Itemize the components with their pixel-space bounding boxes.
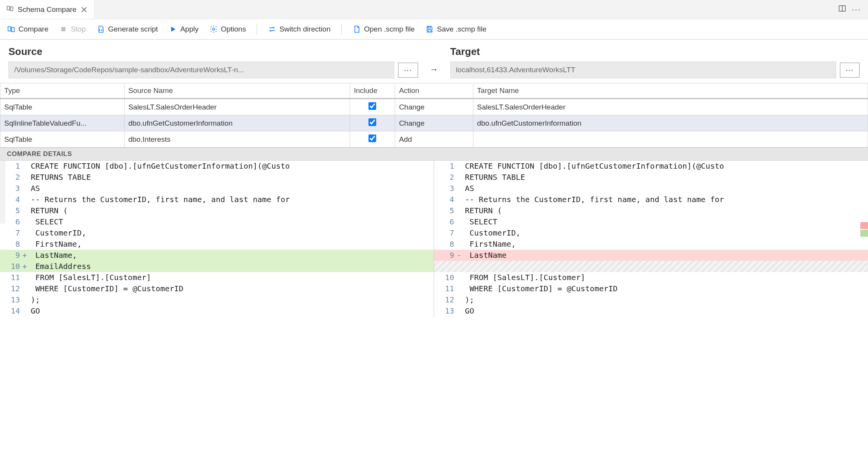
cell-action: Change [395,99,473,115]
source-browse-button[interactable]: ··· [398,63,418,78]
line-number: 15 [0,317,22,318]
cell-include [350,99,395,115]
diff-marker [456,194,463,205]
col-header-type[interactable]: Type [0,83,124,99]
code-text: RETURN ( [28,205,434,216]
code-line: 9- LastName [434,250,868,261]
cell-type: SqlTable [0,99,124,115]
code-text: CustomerID, [463,227,868,239]
line-number: 10 [0,261,22,272]
include-checkbox[interactable] [368,102,376,110]
diff-marker [456,261,463,272]
diff-marker [456,294,463,305]
more-actions-icon[interactable]: ··· [852,5,861,15]
table-row[interactable]: SqlTabledbo.InterestsAdd [0,131,868,148]
code-line: 3AS [434,183,868,194]
save-scmp-label: Save .scmp file [437,25,486,33]
diff-marker [22,216,28,227]
code-text [463,261,868,272]
table-row[interactable]: SqlTableSalesLT.SalesOrderHeaderChangeSa… [0,99,868,115]
generate-script-button[interactable]: Generate script [96,25,158,33]
generate-script-label: Generate script [108,25,158,33]
target-input[interactable]: localhost,61433.AdventureWorksLTT [450,61,836,78]
table-row[interactable]: SqlInlineTableValuedFu...dbo.ufnGetCusto… [0,115,868,131]
code-line: 13GO [434,305,868,317]
include-checkbox[interactable] [368,134,376,142]
diff-pane-target[interactable]: 1CREATE FUNCTION [dbo].[ufnGetCustomerIn… [434,161,868,318]
code-line: 14 [434,317,868,318]
code-line: 9+ LastName, [0,250,434,261]
grid-header-row: Type Source Name Include Action Target N… [0,83,868,99]
line-number: 5 [434,205,456,216]
code-line: 1CREATE FUNCTION [dbo].[ufnGetCustomerIn… [434,161,868,172]
diff-pane-source[interactable]: 1CREATE FUNCTION [dbo].[ufnGetCustomerIn… [0,161,434,318]
cell-include [350,115,395,131]
scrollbar-handle[interactable] [0,161,5,224]
col-header-action[interactable]: Action [395,83,473,99]
split-editor-icon[interactable] [838,4,846,15]
apply-button[interactable]: Apply [169,25,199,33]
overview-ruler[interactable] [860,161,868,318]
cell-target-name: SalesLT.SalesOrderHeader [473,99,868,115]
code-line [434,261,868,272]
diff-marker [456,305,463,317]
toolbar-divider [257,24,257,35]
line-number: 3 [434,183,456,194]
line-number: 14 [0,305,22,317]
code-line: 10 FROM [SalesLT].[Customer] [434,272,868,283]
source-input[interactable]: /Volumes/Storage/CodeRepos/sample-sandbo… [8,61,394,78]
source-heading: Source [8,46,418,58]
col-header-target-name[interactable]: Target Name [473,83,868,99]
col-header-include[interactable]: Include [350,83,395,99]
options-label: Options [221,25,246,33]
cell-source-name: SalesLT.SalesOrderHeader [124,99,350,115]
active-tab[interactable]: Schema Compare [0,0,95,19]
code-text: FROM [SalesLT].[Customer] [463,272,868,283]
code-line: 2RETURNS TABLE [434,172,868,183]
options-button[interactable]: Options [209,25,246,33]
differences-grid: Type Source Name Include Action Target N… [0,83,868,148]
cell-action: Change [395,115,473,131]
open-scmp-button[interactable]: Open .scmp file [352,25,415,33]
save-scmp-button[interactable]: Save .scmp file [425,25,486,33]
diff-marker [456,183,463,194]
code-line: 1CREATE FUNCTION [dbo].[ufnGetCustomerIn… [0,161,434,172]
code-line: 4-- Returns the CustomerID, first name, … [434,194,868,205]
diff-marker: - [456,250,463,261]
col-header-source-name[interactable]: Source Name [124,83,350,99]
code-text: AS [28,183,434,194]
include-checkbox[interactable] [368,118,376,126]
compare-button[interactable]: Compare [7,25,48,33]
line-number: 8 [434,239,456,250]
direction-arrow-icon: → [423,65,446,78]
diff-marker [22,317,28,318]
code-text: CREATE FUNCTION [dbo].[ufnGetCustomerInf… [28,161,434,172]
diff-marker [22,305,28,317]
line-number: 11 [0,272,22,283]
code-line: 12); [434,294,868,305]
switch-direction-button[interactable]: Switch direction [268,25,330,33]
code-text: LastName [463,250,868,261]
compare-details-header: COMPARE DETAILS [0,148,868,161]
code-line: 2RETURNS TABLE [0,172,434,183]
cell-target-name [473,131,868,148]
code-text: WHERE [CustomerID] = @CustomerID [463,283,868,294]
source-target-row: Source /Volumes/Storage/CodeRepos/sample… [0,40,868,83]
code-line: 6 SELECT [0,216,434,227]
diff-marker [22,161,28,172]
svg-rect-6 [8,27,11,31]
close-icon[interactable] [80,6,88,13]
code-line: 11 FROM [SalesLT].[Customer] [0,272,434,283]
code-text: RETURN ( [463,205,868,216]
svg-point-10 [212,28,215,30]
code-line: 15 [0,317,434,318]
target-browse-button[interactable]: ··· [840,63,860,78]
line-number: 12 [0,283,22,294]
toolbar: Compare Stop Generate script Apply Optio… [0,19,868,40]
code-text: FirstName, [28,239,434,250]
cell-target-name: dbo.ufnGetCustomerInformation [473,115,868,131]
code-line: 13); [0,294,434,305]
code-text: LastName, [28,250,434,261]
line-number: 9 [0,250,22,261]
svg-rect-1 [10,7,13,11]
